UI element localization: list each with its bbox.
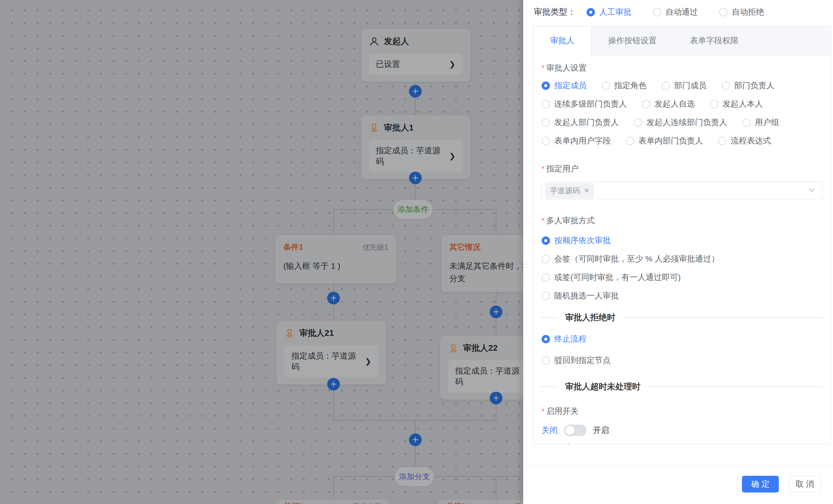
user-tag: 芋道源码 ✕ xyxy=(545,183,594,199)
switch-off-label: 关闭 xyxy=(542,425,558,436)
approver-setting-row1: 指定成员 指定角色 部门成员 部门负责人 xyxy=(542,81,823,90)
enable-switch-label: *启用开关 xyxy=(542,405,823,417)
approval-type-auto-approve[interactable]: 自动通过 xyxy=(653,7,698,18)
approval-type-label: 审批类型： xyxy=(534,6,576,18)
toggle-knob xyxy=(565,426,574,435)
timeout-section-divider: 审批人超时未处理时 xyxy=(542,382,823,392)
approver-option-1-0[interactable]: 连续多级部门负责人 xyxy=(542,99,627,109)
approver-option-2-0[interactable]: 发起人部门负责人 xyxy=(542,117,619,128)
option-countersign[interactable]: 会签（可同时审批，至少 % 人必须审批通过） xyxy=(542,253,719,264)
radio-selected-icon xyxy=(542,236,550,245)
radio-icon xyxy=(542,100,550,108)
radio-icon xyxy=(721,81,730,90)
radio-icon xyxy=(642,100,650,108)
enable-switch-row: 关闭 开启 xyxy=(542,424,823,436)
approval-type-manual[interactable]: 人工审批 xyxy=(587,7,632,18)
reject-section-divider: 审批人拒绝时 xyxy=(542,313,823,323)
tag-remove-icon[interactable]: ✕ xyxy=(584,187,589,194)
radio-icon xyxy=(653,8,661,17)
required-asterisk: * xyxy=(542,165,545,173)
approval-flow-designer: 发起人 已设置 ❯ + + + + + + + 审批人1 xyxy=(0,0,833,504)
approver-settings-drawer: 审批类型： 人工审批 自动通过 自动拒绝 审批人 操作按钮设 xyxy=(523,0,833,504)
approver-option-1-1[interactable]: 发起人自选 xyxy=(642,99,695,109)
approver-option-3-1[interactable]: 表单内部门负责人 xyxy=(626,135,703,146)
radio-selected-icon xyxy=(587,8,595,17)
switch-on-label: 开启 xyxy=(593,425,609,436)
user-tag-label: 芋道源码 xyxy=(550,186,580,196)
reject-section-title: 审批人拒绝时 xyxy=(565,312,615,323)
reject-option-0: 终止流程 xyxy=(542,335,823,343)
multi-approve-option-0: 按顺序依次审批 xyxy=(542,236,823,245)
modal-mask[interactable] xyxy=(0,0,523,504)
multi-approve-option-1: 会签（可同时审批，至少 % 人必须审批通过） xyxy=(542,255,823,263)
assigned-user-select[interactable]: 芋道源码 ✕ xyxy=(542,181,823,200)
drawer-footer: 确 定 取 消 xyxy=(523,464,833,504)
radio-icon xyxy=(634,118,642,127)
approver-option-2-1[interactable]: 发起人连续部门负责人 xyxy=(634,117,727,128)
radio-icon xyxy=(601,81,610,90)
approval-type-row: 审批类型： 人工审批 自动通过 自动拒绝 xyxy=(534,6,764,18)
tabs-header: 审批人 操作按钮设置 表单字段权限 xyxy=(533,26,831,55)
radio-icon xyxy=(542,118,550,127)
approver-option-0-0[interactable]: 指定成员 xyxy=(542,80,587,91)
approver-tab-pane: *审批人设置 指定成员 指定角色 部门成员 xyxy=(533,55,831,444)
approver-option-0-2[interactable]: 部门成员 xyxy=(662,80,707,91)
multi-approve-option-2: 或签(可同时审批，有一人通过即可) xyxy=(542,273,823,282)
approver-setting-label: *审批人设置 xyxy=(542,62,823,74)
tab-approver[interactable]: 审批人 xyxy=(533,26,592,55)
required-asterisk: * xyxy=(542,216,545,225)
approver-option-0-3[interactable]: 部门负责人 xyxy=(721,80,775,91)
radio-icon xyxy=(542,356,550,364)
approver-setting-row2: 连续多级部门负责人 发起人自选 发起人本人 xyxy=(542,100,823,108)
option-sequential[interactable]: 按顺序依次审批 xyxy=(542,235,611,246)
option-orsign[interactable]: 或签(可同时审批，有一人通过即可) xyxy=(542,272,681,283)
option-return-to-node[interactable]: 驳回到指定节点 xyxy=(542,355,611,366)
approver-setting-row4: 表单内用户字段 表单内部门负责人 流程表达式 xyxy=(542,136,823,145)
approver-option-0-1[interactable]: 指定角色 xyxy=(601,80,646,91)
radio-icon xyxy=(710,100,718,108)
radio-icon xyxy=(542,137,550,145)
approver-option-3-2[interactable]: 流程表达式 xyxy=(718,135,771,146)
radio-icon xyxy=(662,81,670,90)
empty-approver-title: 审批人为空时 xyxy=(565,443,615,444)
approver-setting-row3: 发起人部门负责人 发起人连续部门负责人 用户组 xyxy=(542,118,823,127)
tab-action-buttons[interactable]: 操作按钮设置 xyxy=(592,26,673,55)
settings-tabs-card: 审批人 操作按钮设置 表单字段权限 *审批人设置 指定成员 指定角色 xyxy=(533,26,831,445)
approver-option-1-2[interactable]: 发起人本人 xyxy=(710,99,763,109)
radio-icon xyxy=(742,118,751,127)
approver-option-3-0[interactable]: 表单内用户字段 xyxy=(542,135,611,146)
approver-option-2-2[interactable]: 用户组 xyxy=(742,117,779,128)
radio-selected-icon xyxy=(542,81,550,90)
required-asterisk: * xyxy=(542,407,545,415)
multi-approve-option-3: 随机挑选一人审批 xyxy=(542,292,823,300)
tab-form-field-permissions[interactable]: 表单字段权限 xyxy=(673,26,755,55)
radio-icon xyxy=(542,273,550,282)
assigned-user-label: *指定用户 xyxy=(542,163,823,175)
radio-icon xyxy=(718,137,727,145)
radio-icon xyxy=(719,8,728,17)
approval-type-auto-reject[interactable]: 自动拒绝 xyxy=(719,7,764,18)
radio-icon xyxy=(626,137,634,145)
chevron-down-icon xyxy=(808,186,815,195)
required-asterisk: * xyxy=(542,64,545,72)
option-terminate-flow[interactable]: 终止流程 xyxy=(542,333,587,345)
cancel-button[interactable]: 取 消 xyxy=(789,476,821,493)
radio-icon xyxy=(542,292,550,300)
enable-toggle[interactable] xyxy=(564,425,587,436)
radio-selected-icon xyxy=(542,335,550,343)
reject-option-1: 驳回到指定节点 xyxy=(542,356,823,364)
timeout-section-title: 审批人超时未处理时 xyxy=(565,381,640,393)
radio-icon xyxy=(542,255,550,263)
confirm-button[interactable]: 确 定 xyxy=(742,476,779,493)
option-random-one[interactable]: 随机挑选一人审批 xyxy=(542,290,619,301)
multi-approve-label: *多人审批方式 xyxy=(542,215,823,226)
empty-approver-divider: 审批人为空时 xyxy=(542,444,823,444)
